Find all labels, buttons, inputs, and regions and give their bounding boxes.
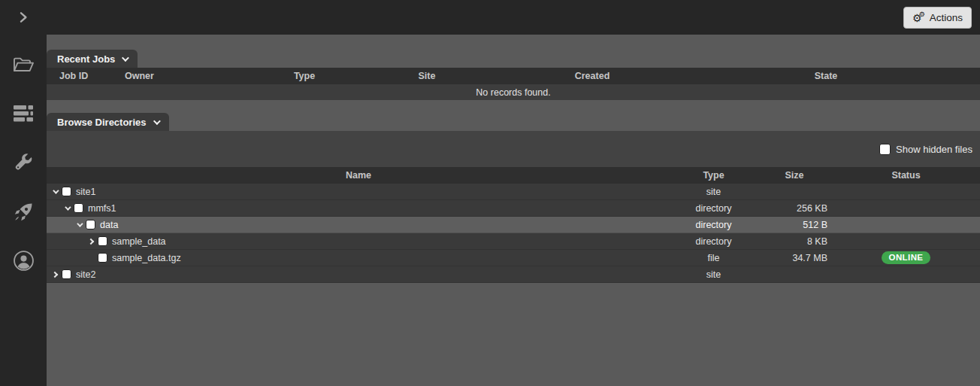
- column-header-type: Type: [268, 71, 341, 81]
- file-name: site1: [76, 187, 95, 197]
- file-type: file: [670, 253, 757, 263]
- name-cell: sample_data.tgz: [47, 253, 670, 263]
- recent-jobs-tab-label: Recent Jobs: [57, 53, 115, 65]
- row-checkbox[interactable]: [62, 187, 71, 196]
- sidebar-item-launch[interactable]: [12, 201, 35, 222]
- show-hidden-files-toggle[interactable]: Show hidden files: [879, 144, 972, 155]
- file-size: 8 KB: [757, 236, 832, 247]
- column-header-site: Site: [341, 71, 513, 81]
- top-bar: ⚙⚙ Actions: [0, 0, 980, 35]
- sidebar: [0, 35, 47, 386]
- chevron-down-icon[interactable]: [74, 220, 83, 229]
- row-checkbox[interactable]: [74, 203, 83, 213]
- column-header-job-id: Job ID: [47, 71, 125, 81]
- row-checkbox[interactable]: [62, 269, 71, 279]
- table-row[interactable]: data directory 512 B: [47, 217, 980, 233]
- browse-directories-tab-label: Browse Directories: [57, 117, 147, 128]
- tree-indent: [50, 257, 86, 258]
- wrench-icon: [14, 153, 34, 173]
- table-row[interactable]: sample_data.tgz file 34.7 MB ONLINE: [47, 250, 980, 266]
- show-hidden-label: Show hidden files: [896, 144, 972, 155]
- row-checkbox[interactable]: [98, 253, 107, 263]
- name-cell: site1: [47, 187, 670, 197]
- main-content: Recent Jobs Job IDOwnerTypeSiteCreatedSt…: [47, 35, 980, 386]
- rocket-icon: [14, 202, 34, 222]
- name-cell: site2: [47, 269, 670, 280]
- file-type: site: [670, 269, 757, 280]
- job-queue-icon: [13, 105, 34, 123]
- file-type: directory: [670, 203, 757, 214]
- file-size: 512 B: [757, 220, 832, 230]
- recent-jobs-panel: Recent Jobs Job IDOwnerTypeSiteCreatedSt…: [47, 50, 980, 100]
- column-header-owner: Owner: [125, 71, 268, 81]
- browse-directories-panel: Browse Directories Show hidden files Nam…: [47, 113, 980, 283]
- folder-open-icon: [12, 55, 35, 74]
- tree-table-body: site1 site mmfs1 directory 256 KB data d…: [47, 184, 980, 283]
- recent-jobs-tab[interactable]: Recent Jobs: [47, 50, 138, 68]
- sidebar-item-account[interactable]: [12, 250, 35, 271]
- name-cell: mmfs1: [47, 203, 670, 214]
- column-header-type: Type: [670, 170, 757, 181]
- jobs-empty-row: No records found.: [47, 84, 980, 100]
- tree-table-header: NameTypeSizeStatus: [47, 167, 980, 184]
- file-status: ONLINE: [832, 251, 980, 264]
- user-circle-icon: [13, 250, 35, 272]
- actions-button-label: Actions: [930, 12, 963, 23]
- jobs-table-header: Job IDOwnerTypeSiteCreatedState: [47, 68, 980, 84]
- row-checkbox[interactable]: [86, 220, 95, 229]
- name-cell: sample_data: [47, 236, 670, 247]
- table-row[interactable]: sample_data directory 8 KB: [47, 233, 980, 250]
- file-size: 34.7 MB: [757, 253, 832, 263]
- name-cell: data: [47, 220, 670, 230]
- chevron-down-icon: [122, 54, 129, 62]
- file-name: sample_data: [112, 236, 166, 247]
- file-size: 256 KB: [757, 203, 832, 214]
- table-row[interactable]: site1 site: [47, 184, 980, 200]
- chevron-right-icon[interactable]: [50, 269, 59, 279]
- cogs-icon: ⚙⚙: [912, 13, 925, 23]
- no-records-message: No records found.: [476, 87, 550, 98]
- tree-indent: [50, 208, 62, 208]
- sidebar-toggle-button[interactable]: [0, 11, 47, 24]
- tree-indent: [50, 224, 74, 225]
- sidebar-item-tools[interactable]: [12, 152, 35, 173]
- status-badge-online: ONLINE: [882, 251, 931, 264]
- tree-indent: [50, 241, 86, 242]
- file-type: directory: [670, 220, 757, 230]
- file-type: directory: [670, 236, 757, 247]
- table-row[interactable]: site2 site: [47, 266, 980, 283]
- chevron-down-icon: [153, 117, 160, 125]
- file-name: sample_data.tgz: [112, 253, 181, 263]
- show-hidden-checkbox[interactable]: [879, 144, 891, 155]
- chevron-right-icon[interactable]: [86, 236, 95, 246]
- sidebar-item-jobs[interactable]: [12, 103, 35, 124]
- row-checkbox[interactable]: [98, 236, 107, 246]
- column-header-state: State: [672, 71, 980, 81]
- column-header-status: Status: [832, 170, 980, 181]
- browse-controls: Show hidden files: [47, 131, 980, 167]
- browse-directories-tab[interactable]: Browse Directories: [47, 113, 169, 131]
- chevron-down-icon[interactable]: [50, 187, 59, 196]
- file-name: site2: [76, 269, 95, 280]
- chevron-down-icon[interactable]: [62, 203, 71, 213]
- file-type: site: [670, 187, 757, 197]
- actions-button[interactable]: ⚙⚙ Actions: [903, 7, 972, 29]
- file-name: mmfs1: [88, 203, 116, 214]
- column-header-created: Created: [513, 71, 672, 81]
- file-name: data: [100, 220, 118, 230]
- chevron-right-icon: [17, 11, 30, 24]
- column-header-size: Size: [757, 170, 832, 181]
- table-row[interactable]: mmfs1 directory 256 KB: [47, 200, 980, 217]
- column-header-name: Name: [47, 170, 670, 181]
- sidebar-item-directories[interactable]: [12, 54, 35, 75]
